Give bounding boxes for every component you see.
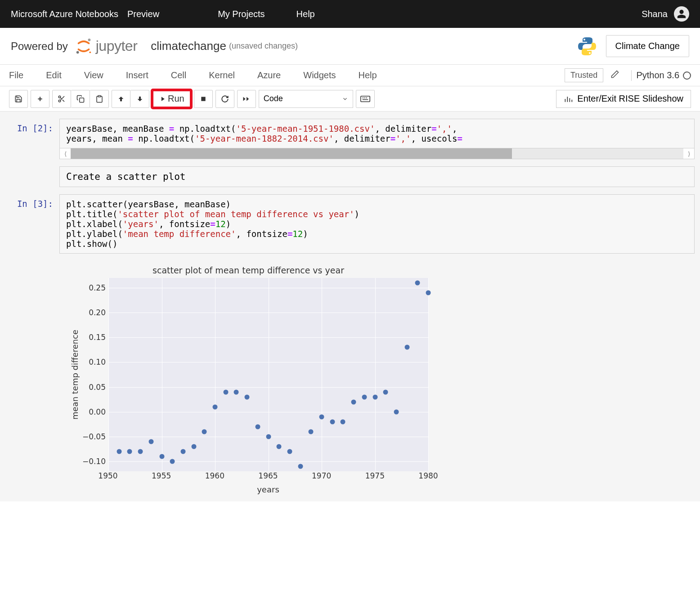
bar-chart-icon — [564, 95, 573, 103]
data-point — [255, 424, 260, 429]
restart-button[interactable] — [215, 90, 234, 108]
data-point — [351, 399, 356, 404]
trusted-badge[interactable]: Trusted — [565, 68, 603, 82]
data-point — [330, 419, 335, 424]
data-point — [117, 449, 121, 454]
cell-type-select[interactable]: Code — [259, 90, 353, 108]
data-point — [341, 419, 346, 424]
data-point — [404, 345, 409, 350]
menu-kernel[interactable]: Kernel — [209, 70, 235, 80]
interrupt-button[interactable] — [194, 90, 213, 108]
horizontal-scrollbar[interactable]: ⟨ ⟩ — [59, 148, 695, 159]
toolbar: Run Code Enter/Exit RISE Slideshow — [0, 86, 700, 112]
notebook-title[interactable]: climatechange — [151, 39, 226, 53]
command-palette-button[interactable] — [356, 90, 375, 108]
menu-edit[interactable]: Edit — [46, 70, 61, 80]
menu-insert[interactable]: Insert — [126, 70, 148, 80]
data-point — [159, 454, 164, 459]
pencil-icon[interactable] — [610, 70, 619, 81]
nav-my-projects[interactable]: My Projects — [218, 9, 265, 19]
menubar: File Edit View Insert Cell Kernel Azure … — [0, 65, 700, 86]
user-block[interactable]: Shana — [642, 6, 689, 22]
svg-point-3 — [58, 96, 61, 98]
svg-rect-8 — [360, 96, 369, 102]
svg-rect-6 — [98, 95, 101, 97]
topbar-nav: My Projects Help — [218, 9, 315, 19]
move-down-button[interactable] — [130, 90, 149, 108]
kernel-status-icon — [683, 72, 691, 80]
data-point — [138, 449, 143, 454]
data-point — [362, 394, 367, 399]
menu-widgets[interactable]: Widgets — [303, 70, 336, 80]
jupyter-logo: jupyter — [74, 37, 138, 56]
menu-file[interactable]: File — [9, 70, 23, 80]
user-name: Shana — [642, 9, 668, 19]
data-point — [170, 459, 175, 464]
scroll-right-icon[interactable]: ⟩ — [683, 150, 694, 157]
unsaved-label: (unsaved changes) — [229, 41, 298, 51]
data-point — [319, 414, 324, 419]
data-point — [191, 444, 196, 449]
azure-topbar: Microsoft Azure Notebooks Preview My Pro… — [0, 0, 700, 28]
jupyter-orbit-icon — [74, 37, 93, 56]
cell-output-3: scatter plot of mean temp difference vs … — [68, 261, 695, 494]
data-point — [148, 439, 153, 444]
powered-by-label: Powered by — [11, 40, 68, 53]
save-button[interactable] — [9, 90, 28, 108]
code-cell-3[interactable]: In [3]: plt.scatter(yearsBase, meanBase)… — [5, 194, 695, 254]
svg-rect-7 — [201, 97, 205, 101]
code-cell-2[interactable]: In [2]: yearsBase, meanBase = np.loadtxt… — [5, 119, 695, 159]
jupyter-word: jupyter — [96, 38, 138, 54]
code-input-3[interactable]: plt.scatter(yearsBase, meanBase) plt.tit… — [59, 194, 695, 254]
code-input-2[interactable]: yearsBase, meanBase = np.loadtxt('5-year… — [59, 119, 695, 148]
notebook-header: Powered by jupyter climatechange (unsave… — [0, 28, 700, 65]
menu-azure[interactable]: Azure — [257, 70, 281, 80]
menu-view[interactable]: View — [84, 70, 103, 80]
data-point — [234, 389, 239, 394]
chart-ylabel: mean temp difference — [68, 278, 81, 471]
svg-point-2 — [89, 51, 91, 53]
menu-help[interactable]: Help — [359, 70, 377, 80]
chart-title: scatter plot of mean temp difference vs … — [68, 265, 428, 275]
scroll-left-icon[interactable]: ⟨ — [60, 150, 71, 157]
menu-cell[interactable]: Cell — [171, 70, 186, 80]
kernel-indicator: Python 3.6 — [636, 70, 691, 80]
data-point — [202, 429, 207, 434]
scrollbar-thumb[interactable] — [71, 148, 512, 159]
data-point — [277, 444, 282, 449]
markdown-cell[interactable]: Create a scatter plot — [5, 166, 695, 187]
run-label: Run — [168, 94, 184, 104]
chart-xlabel: years — [108, 485, 428, 494]
copy-button[interactable] — [71, 90, 90, 108]
rise-label: Enter/Exit RISE Slideshow — [577, 94, 683, 104]
restart-run-all-button[interactable] — [237, 90, 256, 108]
data-point — [394, 409, 399, 414]
add-cell-button[interactable] — [31, 90, 49, 108]
notebook-area: In [2]: yearsBase, meanBase = np.loadtxt… — [0, 112, 700, 501]
avatar-icon[interactable] — [674, 6, 689, 22]
data-point — [372, 394, 377, 399]
preview-label: Preview — [127, 9, 159, 19]
data-point — [383, 389, 388, 394]
paste-button[interactable] — [90, 90, 109, 108]
kernel-name: Python 3.6 — [636, 70, 679, 80]
data-point — [266, 434, 271, 439]
chart-yticks: −0.10−0.050.000.050.100.150.200.25 — [81, 278, 108, 471]
data-point — [180, 449, 185, 454]
data-point — [415, 281, 420, 286]
nav-help[interactable]: Help — [296, 9, 315, 19]
data-point — [298, 464, 303, 469]
rise-slideshow-button[interactable]: Enter/Exit RISE Slideshow — [556, 90, 691, 108]
prompt-in-3: In [3]: — [5, 194, 59, 254]
chart-plot-area — [108, 278, 428, 471]
markdown-content[interactable]: Create a scatter plot — [59, 166, 695, 187]
climate-change-button[interactable]: Climate Change — [606, 35, 689, 57]
cut-button[interactable] — [52, 90, 71, 108]
data-point — [127, 449, 132, 454]
svg-point-0 — [88, 38, 90, 41]
run-icon — [159, 96, 165, 102]
move-up-button[interactable] — [112, 90, 130, 108]
run-button[interactable]: Run — [152, 90, 191, 108]
prompt-in-2: In [2]: — [5, 119, 59, 159]
data-point — [287, 449, 292, 454]
